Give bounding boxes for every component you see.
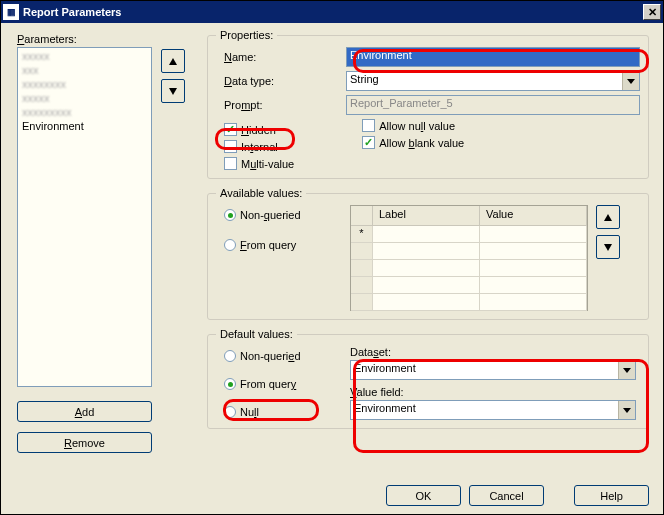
defaults-legend: Default values: — [216, 328, 297, 340]
grid-move-up-button[interactable] — [596, 205, 620, 229]
close-icon[interactable]: ✕ — [643, 4, 661, 20]
report-parameters-dialog: ▦ Report Parameters ✕ Parameters: xxxxx … — [0, 0, 664, 515]
datatype-label: Data type: — [224, 75, 346, 87]
dv-null-radio[interactable]: Null — [224, 406, 350, 418]
ok-button[interactable]: OK — [386, 485, 461, 506]
allow-blank-checkbox[interactable]: Allow blank value — [362, 136, 464, 149]
grid-header-value: Value — [480, 206, 587, 225]
grid-move-down-button[interactable] — [596, 235, 620, 259]
prompt-input[interactable]: Report_Parameter_5 — [346, 95, 640, 115]
list-item[interactable]: xxx — [19, 63, 150, 77]
dv-nonqueried-radio[interactable]: Non-queried — [224, 350, 350, 362]
help-button[interactable]: Help — [574, 485, 649, 506]
default-values-group: Default values: Non-queried From query N… — [207, 328, 649, 429]
multivalue-checkbox[interactable]: Multi-value — [224, 157, 294, 170]
cancel-button[interactable]: Cancel — [469, 485, 544, 506]
grid-header-label: Label — [373, 206, 480, 225]
available-values-group: Available values: Non-queried From query… — [207, 187, 649, 320]
titlebar: ▦ Report Parameters ✕ — [1, 1, 663, 23]
list-item[interactable]: xxxxxxxxx — [19, 105, 150, 119]
parameters-listbox[interactable]: xxxxx xxx xxxxxxxx xxxxx xxxxxxxxx Envir… — [17, 47, 152, 387]
parameters-label: Parameters: — [17, 33, 77, 45]
properties-group: Properties: Name: Environment Data type:… — [207, 29, 649, 179]
window-title: Report Parameters — [23, 6, 643, 18]
hidden-checkbox[interactable]: Hidden — [224, 123, 294, 136]
move-up-button[interactable] — [161, 49, 185, 73]
datatype-select[interactable]: String — [346, 71, 640, 91]
list-item[interactable]: xxxxx — [19, 49, 150, 63]
valuefield-select[interactable]: Environment — [350, 400, 636, 420]
new-row-marker: * — [351, 226, 373, 242]
list-item[interactable]: xxxxx — [19, 91, 150, 105]
av-nonqueried-radio[interactable]: Non-queried — [224, 209, 350, 221]
name-input[interactable]: Environment — [346, 47, 640, 67]
properties-legend: Properties: — [216, 29, 277, 41]
move-down-button[interactable] — [161, 79, 185, 103]
chevron-down-icon[interactable] — [622, 72, 639, 90]
remove-button[interactable]: Remove — [17, 432, 152, 453]
prompt-label: Prompt: — [224, 99, 346, 111]
list-item-selected[interactable]: Environment — [19, 119, 150, 133]
dataset-select[interactable]: Environment — [350, 360, 636, 380]
chevron-down-icon[interactable] — [618, 401, 635, 419]
list-item[interactable]: xxxxxxxx — [19, 77, 150, 91]
app-icon: ▦ — [3, 4, 19, 20]
chevron-down-icon[interactable] — [618, 361, 635, 379]
name-label: Name: — [224, 51, 346, 63]
valuefield-label: Value field: — [350, 386, 636, 398]
allow-null-checkbox[interactable]: Allow null value — [362, 119, 464, 132]
grid-corner — [351, 206, 373, 225]
dv-fromquery-radio[interactable]: From query — [224, 378, 350, 390]
dataset-label: Dataset: — [350, 346, 636, 358]
add-button[interactable]: Add — [17, 401, 152, 422]
internal-checkbox[interactable]: Internal — [224, 140, 294, 153]
available-values-grid[interactable]: Label Value * — [350, 205, 588, 311]
av-fromquery-radio[interactable]: From query — [224, 239, 350, 251]
available-legend: Available values: — [216, 187, 306, 199]
